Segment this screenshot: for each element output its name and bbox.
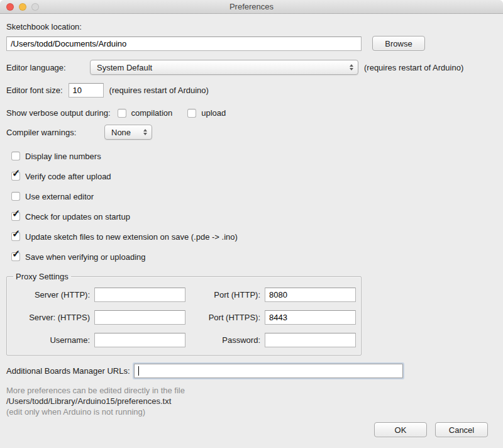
password-input[interactable] (265, 333, 356, 347)
ok-button[interactable]: OK (374, 422, 427, 437)
checkbox[interactable]: ✓ (11, 252, 20, 261)
editor-font-size-label: Editor font size: (6, 86, 63, 95)
language-restart-note: (requires restart of Arduino) (364, 63, 463, 72)
minimize-button[interactable] (19, 3, 26, 11)
upload-checkbox[interactable]: ✓ (187, 109, 196, 118)
checkbox-label: Save when verifying or uploading (25, 252, 146, 262)
compiler-warnings-value: None (111, 128, 131, 137)
checkmark-icon: ✓ (12, 229, 20, 239)
checkbox-display-line-numbers[interactable]: ✓ Display line numbers (11, 146, 497, 166)
checkbox[interactable]: ✓ (11, 232, 20, 241)
sketchbook-location-input[interactable] (6, 36, 362, 51)
compiler-warnings-select[interactable]: None (104, 125, 152, 140)
checkbox-check-for-updates[interactable]: ✓ Check for updates on startup (11, 206, 497, 227)
checkbox[interactable]: ✓ (11, 212, 20, 221)
username-label: Username: (9, 335, 90, 345)
checkmark-icon: ✓ (12, 249, 20, 259)
sketchbook-location-label: Sketchbook location: (6, 22, 497, 31)
checkbox-use-external-editor[interactable]: ✓ Use external editor (11, 186, 497, 206)
close-button[interactable] (6, 3, 14, 11)
port-https-label: Port (HTTPS): (190, 313, 260, 322)
compilation-label: compilation (131, 108, 173, 118)
server-https-label: Server: (HTTPS) (9, 313, 90, 322)
password-label: Password: (190, 335, 260, 345)
browse-button[interactable]: Browse (372, 36, 425, 51)
checkbox-label: Update sketch files to new extension on … (25, 232, 238, 242)
chevron-updown-icon (143, 129, 147, 135)
compiler-warnings-label: Compiler warnings: (6, 128, 104, 137)
proxy-settings-legend: Proxy Settings (13, 272, 71, 281)
chevron-updown-icon (350, 64, 353, 70)
checkbox-label: Display line numbers (25, 152, 101, 161)
server-https-input[interactable] (94, 310, 185, 325)
verbose-output-label: Show verbose output during: (6, 108, 111, 118)
cancel-button[interactable]: Cancel (435, 422, 488, 437)
port-http-label: Port (HTTP): (190, 290, 260, 300)
titlebar: Preferences (0, 0, 503, 14)
username-input[interactable] (94, 333, 185, 347)
boards-manager-urls-input[interactable] (134, 364, 403, 378)
checkbox-label: Verify code after upload (25, 172, 111, 181)
server-http-label: Server (HTTP): (9, 290, 90, 300)
port-https-input[interactable] (265, 310, 356, 325)
zoom-button (31, 3, 39, 11)
text-caret (138, 366, 139, 376)
port-http-input[interactable] (265, 288, 356, 302)
checkmark-icon: ✓ (12, 169, 20, 179)
window-title: Preferences (229, 2, 274, 11)
editor-language-select[interactable]: System Default (90, 60, 358, 75)
preferences-window: Preferences Sketchbook location: Browse … (0, 0, 503, 448)
boards-manager-urls-label: Additional Boards Manager URLs: (6, 366, 130, 376)
server-http-input[interactable] (94, 288, 185, 302)
font-size-restart-note: (requires restart of Arduino) (109, 86, 209, 95)
preferences-file-path: /Users/todd/Library/Arduino15/preference… (6, 396, 497, 406)
checkbox[interactable]: ✓ (11, 172, 20, 181)
footer-note-line3: (edit only when Arduino is not running) (6, 406, 497, 417)
checkbox[interactable]: ✓ (11, 152, 20, 160)
editor-language-label: Editor language: (6, 63, 90, 72)
upload-label: upload (201, 108, 226, 118)
proxy-settings-fieldset: Proxy Settings Server (HTTP): Port (HTTP… (6, 272, 362, 356)
checkbox-save-when-verifying[interactable]: ✓ Save when verifying or uploading (11, 247, 497, 267)
checkbox-label: Use external editor (25, 192, 94, 201)
footer-note-line1: More preferences can be edited directly … (6, 385, 497, 396)
checkbox-label: Check for updates on startup (25, 212, 130, 221)
editor-font-size-input[interactable] (69, 83, 104, 98)
checkbox-verify-code-after-upload[interactable]: ✓ Verify code after upload (11, 166, 497, 186)
compilation-checkbox[interactable]: ✓ (118, 109, 126, 118)
checkmark-icon: ✓ (12, 209, 20, 219)
checkbox-update-sketch-files[interactable]: ✓ Update sketch files to new extension o… (11, 227, 497, 247)
editor-language-value: System Default (97, 63, 152, 72)
checkbox[interactable]: ✓ (11, 192, 20, 201)
